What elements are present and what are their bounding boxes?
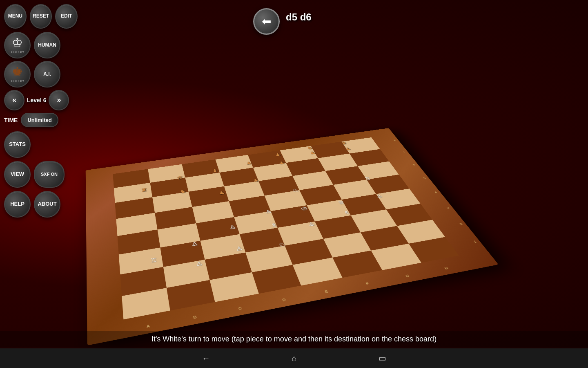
ai-level-row: « Level 6 » xyxy=(4,90,78,110)
black-king-icon: ♚ xyxy=(12,66,23,78)
time-value-button[interactable]: Unlimited xyxy=(21,113,58,127)
view-row: VIEW SXF ON xyxy=(4,161,78,188)
white-king-icon: ♔ xyxy=(12,37,23,49)
reset-button[interactable]: RESET xyxy=(30,4,52,29)
android-back-button[interactable]: ← xyxy=(202,354,210,363)
status-bar: It's White's turn to move (tap piece to … xyxy=(0,331,588,348)
time-key-label: TIME xyxy=(4,117,18,123)
level-label: Level 6 xyxy=(27,97,46,103)
top-controls-row: MENU RESET EDIT xyxy=(4,4,78,29)
android-nav-bar: ← ⌂ ▭ xyxy=(0,348,588,368)
sxf-button[interactable]: SXF ON xyxy=(34,161,65,188)
android-home-button[interactable]: ⌂ xyxy=(292,354,296,363)
player2-color-label: COLOR xyxy=(11,79,24,83)
help-row: HELP ABOUT xyxy=(4,191,78,218)
help-button[interactable]: HELP xyxy=(4,191,31,218)
back-button[interactable]: ⬅ xyxy=(253,8,280,35)
board-surface: 8765 4321 ABCD EFGH ♜ ♞ ♟ ♟ ♟ ♟ ♟ xyxy=(86,128,499,346)
stats-button[interactable]: STATS xyxy=(4,131,31,158)
player1-row: ♔ COLOR HUMAN xyxy=(4,32,78,58)
level-next-button[interactable]: » xyxy=(49,90,69,110)
player1-color-label: COLOR xyxy=(11,50,24,54)
status-message: It's White's turn to move (tap piece to … xyxy=(151,335,437,343)
move-notation: d5 d6 xyxy=(286,11,312,23)
chess-scene: 8765 4321 ABCD EFGH ♜ ♞ ♟ ♟ ♟ ♟ ♟ xyxy=(61,0,588,348)
android-recent-button[interactable]: ▭ xyxy=(379,353,386,363)
board-3d[interactable]: 8765 4321 ABCD EFGH ♜ ♞ ♟ ♟ ♟ ♟ ♟ xyxy=(86,128,499,346)
human-button[interactable]: HUMAN xyxy=(34,32,60,58)
time-row: TIME Unlimited xyxy=(4,113,78,127)
player2-color-button[interactable]: ♚ COLOR xyxy=(4,61,31,88)
player1-color-button[interactable]: ♔ COLOR xyxy=(4,32,31,58)
menu-button[interactable]: MENU xyxy=(4,4,27,29)
edit-button[interactable]: EDIT xyxy=(55,4,78,29)
stats-row: STATS xyxy=(4,131,78,158)
view-button[interactable]: VIEW xyxy=(4,161,31,188)
ai-button[interactable]: A.I. xyxy=(34,61,60,88)
back-arrow-icon: ⬅ xyxy=(262,15,271,28)
level-prev-button[interactable]: « xyxy=(4,90,24,110)
chess-grid[interactable] xyxy=(113,137,459,319)
controls-panel: MENU RESET EDIT ♔ COLOR HUMAN ♚ COLOR A.… xyxy=(0,0,82,327)
player2-row: ♚ COLOR A.I. xyxy=(4,61,78,88)
about-button[interactable]: ABOUT xyxy=(34,191,60,218)
